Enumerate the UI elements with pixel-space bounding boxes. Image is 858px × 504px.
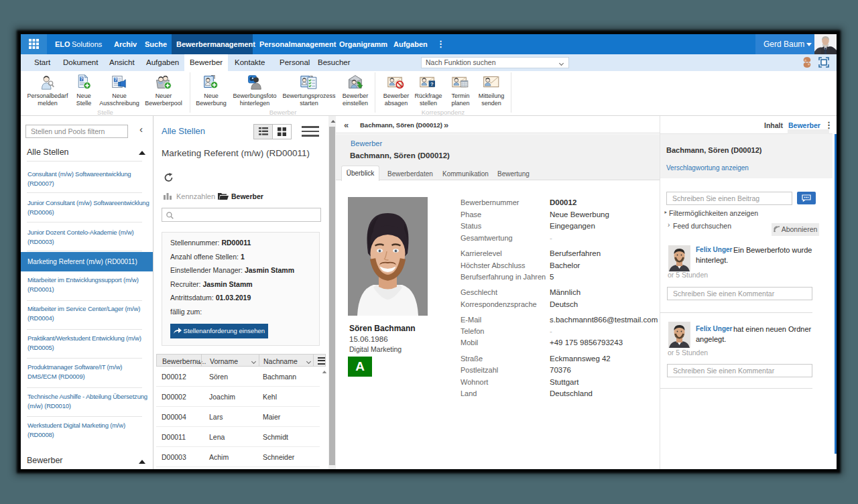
svg-text:?: ? [115, 77, 117, 82]
svg-text:?: ? [80, 76, 83, 81]
svg-text:?: ? [430, 81, 434, 87]
